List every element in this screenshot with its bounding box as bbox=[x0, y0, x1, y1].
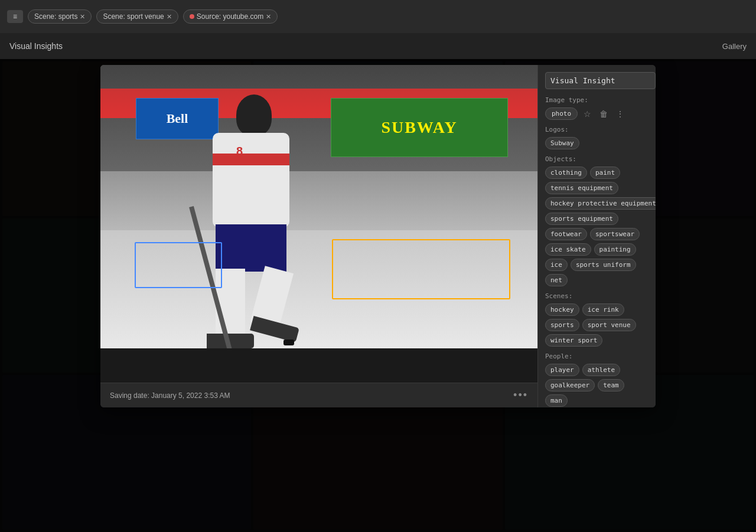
player-head bbox=[236, 94, 272, 136]
modal-overlay: Bell SUBWAY 8 bbox=[0, 59, 756, 532]
star-button[interactable]: ☆ bbox=[581, 108, 594, 120]
player-number: 8 bbox=[236, 145, 243, 158]
image-type-tag[interactable]: photo bbox=[545, 107, 578, 120]
section-title: Visual Insights bbox=[9, 41, 63, 51]
tag-winter-sport[interactable]: winter sport bbox=[545, 334, 602, 347]
tag-painting[interactable]: painting bbox=[594, 243, 636, 256]
tag-sports[interactable]: sports bbox=[545, 319, 579, 331]
visual-insight-input[interactable] bbox=[545, 72, 656, 89]
top-bar: ≡ Scene: sports ✕ Scene: sport venue ✕ S… bbox=[0, 0, 756, 33]
objects-section-label: Objects: bbox=[545, 155, 649, 163]
star-icon: ☆ bbox=[584, 109, 591, 119]
filter-chip-scene-sports[interactable]: Scene: sports ✕ bbox=[28, 9, 92, 24]
more-button[interactable]: ••• bbox=[513, 389, 528, 402]
source-dot-icon bbox=[190, 14, 194, 19]
bbox-bell bbox=[135, 242, 222, 288]
modal-image-panel: Bell SUBWAY 8 bbox=[100, 65, 537, 407]
image-type-label: Image type: bbox=[545, 96, 649, 104]
saving-date: Saving date: January 5, 2022 3:53 AM bbox=[110, 391, 230, 400]
filter-remove-icon[interactable]: ✕ bbox=[167, 13, 172, 21]
tag-subway[interactable]: Subway bbox=[545, 137, 579, 149]
visual-insight-panel: ↻ Image type: photo ☆ 🗑 bbox=[537, 65, 656, 407]
tag-ice-skate[interactable]: ice skate bbox=[545, 243, 591, 256]
tag-clothing[interactable]: clothing bbox=[545, 167, 587, 179]
scenes-section-label: Scenes: bbox=[545, 292, 649, 300]
objects-tags: clothing paint tennis equipment hockey p… bbox=[545, 167, 649, 286]
tag-man[interactable]: man bbox=[545, 394, 568, 407]
tag-tennis-equipment[interactable]: tennis equipment bbox=[545, 182, 618, 194]
secondary-bar: Visual Insights Gallery bbox=[0, 33, 756, 59]
gallery-button[interactable]: Gallery bbox=[722, 42, 747, 51]
tag-sport-venue[interactable]: sport venue bbox=[582, 319, 636, 331]
saving-date-value: January 5, 2022 3:53 AM bbox=[151, 391, 230, 400]
more-options-icon: ⋮ bbox=[616, 109, 624, 119]
tag-goalkeeper[interactable]: goalkeeper bbox=[545, 379, 595, 391]
filter-remove-icon[interactable]: ✕ bbox=[80, 13, 85, 21]
tag-hockey[interactable]: hockey bbox=[545, 303, 579, 316]
modal-footer: Saving date: January 5, 2022 3:53 AM ••• bbox=[100, 383, 537, 407]
filter-label: Scene: sport venue bbox=[103, 12, 164, 21]
filter-label: Scene: sports bbox=[34, 12, 77, 21]
tag-player[interactable]: player bbox=[545, 364, 579, 376]
vi-header: ↻ bbox=[545, 72, 649, 89]
scenes-tags: hockey ice rink sports sport venue winte… bbox=[545, 303, 649, 347]
modal: Bell SUBWAY 8 bbox=[100, 65, 656, 407]
tag-sportswear[interactable]: sportswear bbox=[590, 228, 640, 240]
logos-tags: Subway bbox=[545, 137, 649, 149]
hockey-puck bbox=[284, 340, 294, 345]
hockey-image[interactable]: Bell SUBWAY 8 bbox=[100, 65, 537, 348]
logos-section-label: Logos: bbox=[545, 126, 649, 133]
tag-ice-rink[interactable]: ice rink bbox=[582, 303, 624, 316]
filter-chip-source-youtube[interactable]: Source: youtube.com ✕ bbox=[183, 9, 278, 24]
tag-team[interactable]: team bbox=[598, 379, 624, 391]
people-tags: player athlete goalkeeper team man bbox=[545, 364, 649, 407]
tag-paint[interactable]: paint bbox=[590, 167, 620, 179]
modal-image-container: Bell SUBWAY 8 bbox=[100, 65, 537, 383]
tag-hockey-protective-equipment[interactable]: hockey protective equipment bbox=[545, 197, 656, 210]
filter-chip-scene-sport-venue[interactable]: Scene: sport venue ✕ bbox=[96, 9, 178, 24]
tag-sports-equipment[interactable]: sports equipment bbox=[545, 213, 618, 225]
filter-remove-icon[interactable]: ✕ bbox=[266, 13, 271, 21]
tag-footwear[interactable]: footwear bbox=[545, 228, 587, 240]
image-type-row: photo ☆ 🗑 ⋮ bbox=[545, 107, 649, 120]
tag-ice[interactable]: ice bbox=[545, 259, 568, 271]
delete-button[interactable]: 🗑 bbox=[597, 108, 610, 120]
people-section-label: People: bbox=[545, 353, 649, 360]
more-options-button[interactable]: ⋮ bbox=[614, 108, 627, 120]
tag-net[interactable]: net bbox=[545, 274, 568, 286]
bbox-subway bbox=[332, 239, 510, 299]
player-torso bbox=[213, 133, 289, 227]
player-jersey-stripe bbox=[213, 154, 289, 165]
main-content: Bell SUBWAY 8 bbox=[0, 59, 756, 532]
filter-label: Source: youtube.com bbox=[197, 12, 263, 21]
tag-sports-uniform[interactable]: sports uniform bbox=[571, 259, 636, 271]
left-panel: Bell SUBWAY 8 bbox=[0, 59, 756, 532]
menu-button[interactable]: ≡ bbox=[7, 10, 23, 23]
player-body: 8 bbox=[171, 89, 360, 348]
tag-athlete[interactable]: athlete bbox=[582, 364, 620, 376]
delete-icon: 🗑 bbox=[599, 109, 608, 119]
player-pants bbox=[216, 224, 286, 272]
